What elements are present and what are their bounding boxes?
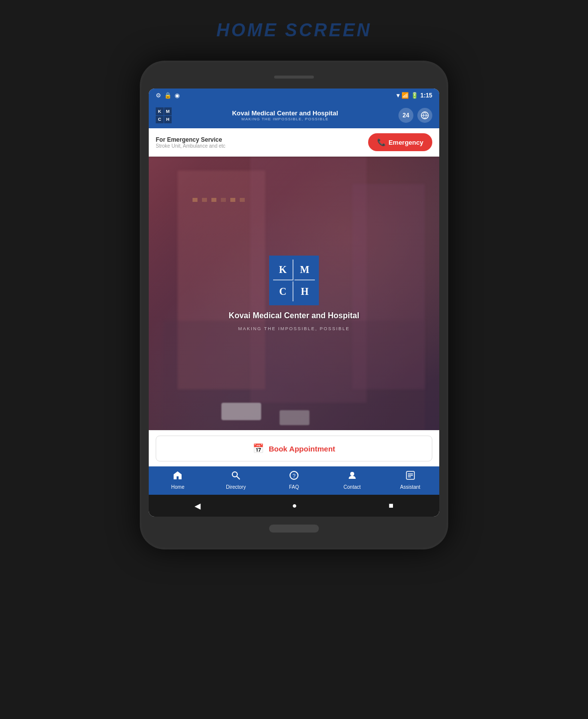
- header-title: Kovai Medical Center and Hospital MAKING…: [172, 109, 398, 121]
- logo-cell-c: C: [156, 116, 164, 124]
- nav-item-contact[interactable]: Contact: [323, 470, 381, 490]
- svg-line-3: [237, 476, 240, 479]
- hero-logo-m: M: [294, 260, 315, 280]
- nav-label-home: Home: [171, 484, 185, 490]
- page-title: HOME SCREEN: [216, 20, 372, 41]
- logo-cell-h: H: [164, 116, 172, 124]
- header-actions: 24: [398, 108, 432, 123]
- home-button-area: [149, 517, 439, 535]
- status-time: 1:15: [420, 92, 432, 99]
- status-icons-left: ⚙ 🔒 ◉: [156, 92, 180, 99]
- nav-label-directory: Directory: [226, 484, 246, 490]
- search-icon: [231, 470, 241, 483]
- nav-label-faq: FAQ: [289, 484, 299, 490]
- header-hospital-tagline: MAKING THE IMPOSSIBLE, POSSIBLE: [172, 117, 398, 121]
- nav-item-home[interactable]: Home: [149, 470, 207, 490]
- hero-content: K M C H Kovai Medical Center and Hospita…: [229, 256, 359, 331]
- globe-icon: [421, 111, 429, 119]
- book-appointment-bar: 📅 Book Appointment: [149, 430, 439, 466]
- language-button[interactable]: [417, 108, 432, 123]
- hero-logo-c: C: [273, 281, 294, 301]
- hero-logo-k: K: [273, 260, 294, 280]
- battery-icon: 🔋: [411, 92, 418, 99]
- android-home-button[interactable]: ●: [292, 501, 297, 510]
- phone-frame: ⚙ 🔒 ◉ ▾ 📶 🔋 1:15 K M C H Kovai Medic: [140, 61, 448, 549]
- nav-item-directory[interactable]: Directory: [207, 470, 265, 490]
- app-header: K M C H Kovai Medical Center and Hospita…: [149, 102, 439, 128]
- faq-icon: ?: [289, 470, 299, 483]
- lock-icon: 🔒: [164, 92, 172, 99]
- logo-cell-m: M: [164, 107, 172, 115]
- contact-icon: [347, 470, 357, 483]
- status-bar: ⚙ 🔒 ◉ ▾ 📶 🔋 1:15: [149, 89, 439, 102]
- nav-label-contact: Contact: [344, 484, 361, 490]
- wifi-icon: ▾: [396, 92, 399, 99]
- assistant-icon: [405, 470, 415, 483]
- physical-home-button[interactable]: [269, 525, 319, 533]
- hero-logo: K M C H: [269, 256, 319, 305]
- svg-point-2: [232, 472, 237, 477]
- book-appointment-label: Book Appointment: [269, 445, 335, 453]
- android-recents-button[interactable]: ■: [389, 501, 393, 510]
- svg-point-6: [350, 472, 354, 476]
- android-nav: ◀ ● ■: [149, 495, 439, 517]
- emergency-button-label: Emergency: [389, 139, 423, 146]
- hero-hospital-tagline: MAKING THE IMPOSSIBLE, POSSIBLE: [238, 326, 350, 331]
- book-appointment-button[interactable]: 📅 Book Appointment: [156, 436, 432, 461]
- nav-item-faq[interactable]: ? FAQ: [265, 470, 323, 490]
- emergency-sub: Stroke Unit, Ambulance and etc: [156, 143, 368, 149]
- nav-item-assistant[interactable]: Assistant: [381, 470, 439, 490]
- emergency-phone-icon: 📞: [377, 138, 386, 146]
- settings-icon: ⚙: [156, 92, 161, 99]
- status-icons-right: ▾ 📶 🔋 1:15: [396, 92, 432, 99]
- 24hr-button[interactable]: 24: [398, 108, 413, 123]
- header-hospital-name: Kovai Medical Center and Hospital: [172, 109, 398, 117]
- calendar-icon: 📅: [253, 443, 264, 454]
- emergency-label: For Emergency Service: [156, 136, 368, 143]
- hero-area: K M C H Kovai Medical Center and Hospita…: [149, 157, 439, 430]
- hero-logo-h: H: [294, 281, 315, 301]
- home-icon: [173, 470, 183, 483]
- svg-text:?: ?: [293, 473, 295, 479]
- emergency-banner: For Emergency Service Stroke Unit, Ambul…: [149, 128, 439, 157]
- signal-icon: 📶: [401, 92, 409, 99]
- nav-label-assistant: Assistant: [400, 484, 420, 490]
- phone-screen: ⚙ 🔒 ◉ ▾ 📶 🔋 1:15 K M C H Kovai Medic: [149, 89, 439, 517]
- header-logo: K M C H: [156, 107, 172, 123]
- android-back-button[interactable]: ◀: [195, 501, 200, 511]
- emergency-text: For Emergency Service Stroke Unit, Ambul…: [156, 136, 368, 149]
- bottom-nav: Home Directory ? FAQ: [149, 466, 439, 495]
- emergency-button[interactable]: 📞 Emergency: [368, 133, 432, 151]
- hero-hospital-name: Kovai Medical Center and Hospital: [229, 311, 359, 320]
- logo-cell-k: K: [156, 107, 164, 115]
- data-icon: ◉: [175, 92, 180, 99]
